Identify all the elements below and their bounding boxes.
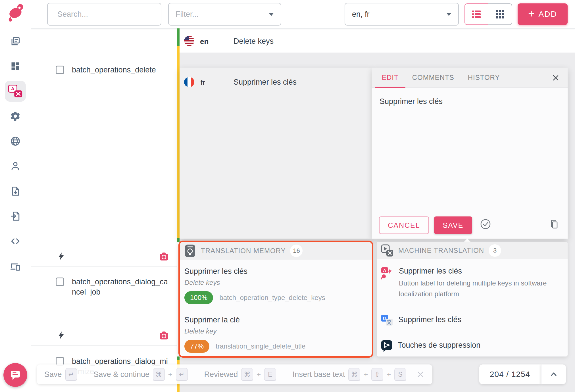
- tolgee-mt-icon: A: [381, 267, 394, 280]
- translation-memory-icon: [184, 244, 196, 258]
- state-reviewed-indicator: [177, 28, 180, 46]
- grid-view-icon: [494, 9, 506, 20]
- chat-icon: [9, 369, 22, 381]
- svg-text:A: A: [383, 268, 386, 273]
- editor-tabs: EDIT COMMENTS HISTORY: [372, 68, 568, 88]
- tm-target-text: Supprimer les clés: [184, 267, 367, 276]
- sidebar-item-languages[interactable]: [5, 131, 26, 152]
- tm-suggestion[interactable]: Supprimer la clé Delete key 77% translat…: [180, 316, 372, 353]
- sidebar-item-settings[interactable]: [5, 106, 26, 127]
- mt-suggestion-text: Touches de suppression: [398, 341, 480, 352]
- close-icon[interactable]: [416, 370, 425, 379]
- bolt-icon: [57, 252, 65, 261]
- languages-value: en, fr: [352, 10, 370, 19]
- person-icon: [10, 161, 21, 172]
- target-translation-cell[interactable]: fr Supprimer les clés: [180, 68, 372, 239]
- grid-view-button[interactable]: [488, 3, 512, 25]
- close-icon[interactable]: [551, 73, 560, 84]
- row-divider: [31, 266, 177, 267]
- add-button[interactable]: + ADD: [518, 3, 568, 25]
- panel-title: MACHINE TRANSLATION: [398, 247, 484, 255]
- search-input[interactable]: [57, 10, 159, 19]
- gear-icon: [10, 111, 21, 122]
- chevron-down-icon: [269, 13, 274, 16]
- tm-suggestion[interactable]: Supprimer les clés Delete keys 100% batc…: [180, 267, 372, 304]
- dashboard-icon: [10, 61, 20, 71]
- key-name[interactable]: batch_operations_delete: [72, 65, 168, 75]
- target-text: Supprimer les clés: [234, 78, 297, 87]
- machine-translation-panel: MACHINE TRANSLATION 3 A Supprimer les cl…: [377, 242, 568, 356]
- tm-source-text: Delete key: [184, 327, 367, 335]
- shortcut-label: Reviewed: [204, 370, 238, 379]
- sidebar-item-integrate[interactable]: [5, 231, 26, 252]
- sidebar-item-translations[interactable]: A: [5, 81, 26, 102]
- row-divider: [31, 345, 177, 346]
- previous-key-button[interactable]: [541, 364, 566, 384]
- shortcut-label: Save & continue: [93, 370, 149, 379]
- sidebar-item-apps[interactable]: [5, 256, 26, 277]
- key-list: batch_operations_delete batch_operations…: [31, 28, 177, 392]
- translation-memory-panel: TRANSLATION MEMORY 16 Supprimer les clés…: [178, 241, 373, 358]
- shortcut-label: Save: [44, 370, 62, 379]
- cmd-keycap: ⌘: [153, 368, 165, 381]
- svg-text:A: A: [11, 86, 14, 91]
- sidebar-item-dashboard[interactable]: [5, 56, 26, 77]
- search-box: [47, 3, 161, 26]
- mt-suggestion[interactable]: G Supprimer les clés: [377, 314, 568, 327]
- machine-translation-header: MACHINE TRANSLATION 3: [377, 242, 568, 259]
- tab-edit[interactable]: EDIT: [375, 68, 405, 87]
- enter-keycap: ↵: [176, 368, 188, 381]
- flag-fr-icon: [184, 77, 194, 87]
- cmd-keycap: ⌘: [241, 368, 253, 381]
- sidebar-item-export[interactable]: [5, 181, 26, 202]
- machine-translation-icon: [381, 244, 394, 257]
- add-button-label: ADD: [539, 10, 557, 19]
- key-name[interactable]: batch_operations_dialog_cancel_job: [72, 277, 168, 297]
- cancel-button[interactable]: CANCEL: [379, 216, 429, 234]
- list-view-icon: [471, 9, 482, 20]
- count-badge: 16: [290, 245, 303, 257]
- mt-suggestion-text: Supprimer les clés: [398, 315, 461, 327]
- mt-suggestion[interactable]: Touches de suppression: [377, 340, 568, 352]
- screenshot-camera-button[interactable]: [159, 331, 169, 340]
- sidebar-item-import[interactable]: [5, 206, 26, 227]
- translation-input[interactable]: Supprimer les clés: [380, 97, 559, 106]
- shift-keycap: ⇧: [371, 368, 383, 381]
- mt-suggestion[interactable]: A Supprimer les clés Button label for de…: [377, 267, 568, 299]
- state-reviewed-indicator: [177, 356, 180, 360]
- tolgee-logo[interactable]: [7, 2, 25, 23]
- source-lang-tag: en: [200, 37, 209, 46]
- cmd-keycap: ⌘: [348, 368, 360, 381]
- languages-select[interactable]: en, fr: [345, 3, 459, 26]
- chat-support-button[interactable]: [3, 363, 27, 387]
- tab-comments[interactable]: COMMENTS: [405, 68, 461, 87]
- plus-separator: +: [387, 370, 391, 379]
- tm-key-name: batch_operation_type_delete_keys: [219, 294, 325, 302]
- enter-keycap: ↵: [65, 368, 77, 381]
- copy-icon[interactable]: [549, 219, 560, 231]
- state-reviewed-indicator: [177, 238, 180, 242]
- translation-editor-panel: EDIT COMMENTS HISTORY Supprimer les clés…: [372, 68, 568, 239]
- screenshot-camera-button[interactable]: [159, 252, 169, 261]
- tab-history[interactable]: HISTORY: [461, 68, 507, 87]
- key-checkbox[interactable]: [56, 278, 64, 286]
- match-percent-badge: 77%: [184, 340, 209, 353]
- mt-suggestion-text: Supprimer les clés: [399, 267, 558, 276]
- source-text: Delete keys: [234, 37, 274, 46]
- tm-key-name: translation_single_delete_title: [216, 342, 305, 350]
- source-translation-cell[interactable]: en Delete keys: [180, 28, 575, 53]
- filter-select[interactable]: Filter...: [168, 3, 281, 26]
- plus-separator: +: [257, 370, 261, 379]
- save-button[interactable]: SAVE: [434, 216, 472, 234]
- key-checkbox[interactable]: [56, 66, 64, 74]
- sidebar-item-projects[interactable]: [5, 31, 26, 52]
- translation-memory-header: TRANSLATION MEMORY 16: [180, 242, 372, 260]
- list-view-button[interactable]: [464, 3, 488, 25]
- sidebar-item-members[interactable]: [5, 156, 26, 177]
- shortcut-label: Insert base text: [293, 370, 345, 379]
- file-export-icon: [10, 186, 21, 197]
- mark-reviewed-icon[interactable]: [480, 218, 491, 231]
- panel-title: TRANSLATION MEMORY: [201, 247, 286, 255]
- match-percent-badge: 100%: [184, 291, 213, 304]
- tm-target-text: Supprimer la clé: [184, 316, 367, 324]
